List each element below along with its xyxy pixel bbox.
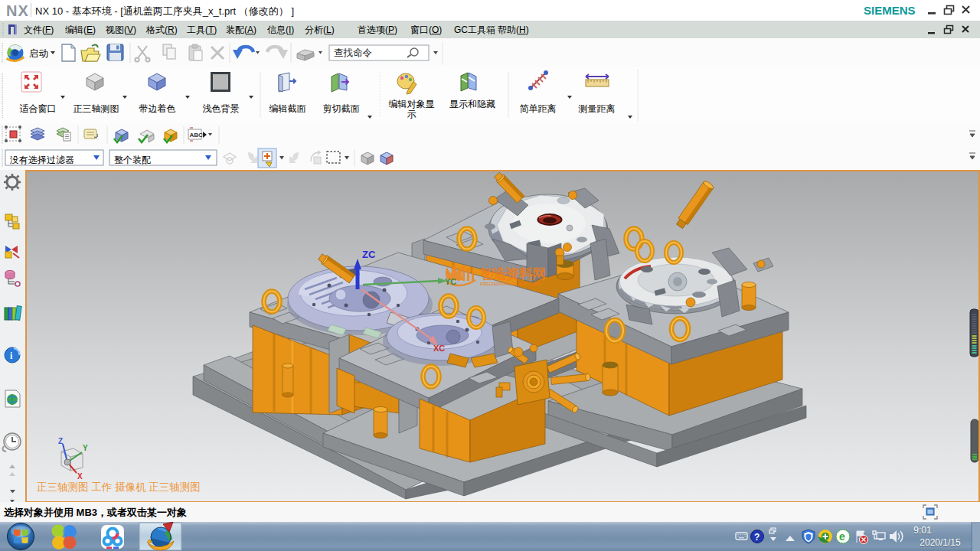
- svg-text:查找命令: 查找命令: [334, 47, 372, 58]
- svg-text:?: ?: [754, 532, 760, 543]
- svg-text:启动: 启动: [29, 48, 48, 59]
- svg-text:ZC: ZC: [362, 249, 376, 260]
- svg-text:e: e: [839, 530, 845, 543]
- svg-text:ABC: ABC: [190, 132, 204, 139]
- svg-text:智造资料网: 智造资料网: [479, 266, 546, 282]
- svg-text:YC: YC: [445, 277, 456, 286]
- svg-text:INTELLIGENT MANUFACTURING DATA: INTELLIGENT MANUFACTURING DATA: [480, 282, 541, 286]
- svg-text:正三轴测图 工作 摄像机 正三轴测图: 正三轴测图 工作 摄像机 正三轴测图: [37, 481, 201, 493]
- svg-text:Y: Y: [83, 444, 88, 452]
- svg-text:XC: XC: [433, 344, 445, 353]
- svg-text:Z: Z: [58, 437, 63, 445]
- svg-text:X: X: [77, 472, 83, 481]
